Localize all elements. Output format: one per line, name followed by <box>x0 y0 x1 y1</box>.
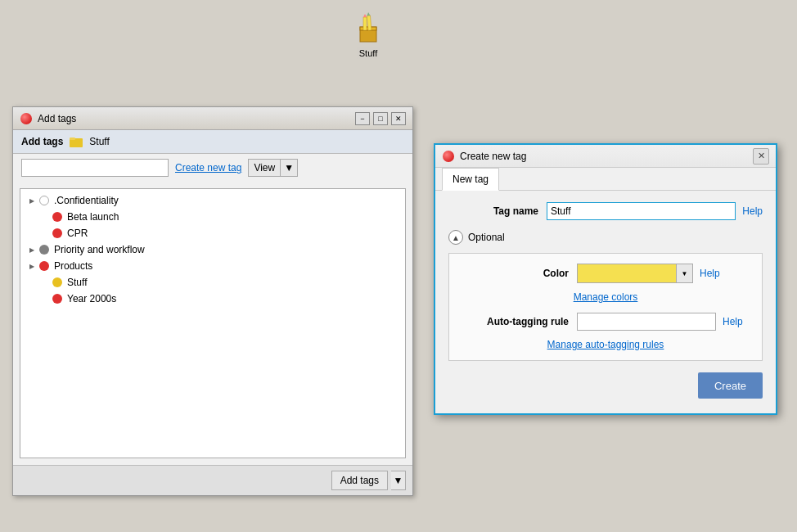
tag-dot-gray <box>39 245 49 255</box>
add-tags-window: Add tags − □ ✕ Add tags Stuff Create new… <box>12 106 413 496</box>
list-item[interactable]: ▶ Priority and workflow <box>20 241 405 258</box>
search-input[interactable] <box>21 159 169 177</box>
svg-rect-7 <box>70 138 75 140</box>
expand-spacer <box>40 212 50 222</box>
tag-label: Priority and workflow <box>54 244 145 255</box>
tag-label: Stuff <box>67 277 87 288</box>
list-item[interactable]: Beta launch <box>20 209 405 225</box>
manage-colors-row: Manage colors <box>462 291 749 303</box>
list-item[interactable]: Stuff <box>20 274 405 291</box>
list-item[interactable]: ▶ .Confidentiality <box>20 192 405 209</box>
create-tag-close-button[interactable]: ✕ <box>753 148 769 165</box>
expand-icon[interactable]: ▶ <box>27 196 37 205</box>
folder-icon <box>70 135 83 148</box>
tag-dot-yellow <box>52 277 62 287</box>
color-dropdown-arrow-icon[interactable]: ▼ <box>676 264 692 282</box>
tag-name-help-link[interactable]: Help <box>742 205 763 217</box>
create-new-tag-link[interactable]: Create new tag <box>175 162 241 174</box>
expand-spacer <box>40 294 50 304</box>
add-tags-dropdown-arrow[interactable]: ▼ <box>391 471 406 490</box>
tab-new-tag[interactable]: New tag <box>442 168 499 191</box>
expand-icon[interactable]: ▶ <box>27 245 37 255</box>
tag-label: Beta launch <box>67 211 119 223</box>
add-tags-window-title: Add tags <box>38 113 355 124</box>
add-tags-window-icon <box>20 112 33 125</box>
close-button[interactable]: ✕ <box>391 112 406 125</box>
view-button-label: View <box>249 162 280 174</box>
view-dropdown-arrow-icon[interactable]: ▼ <box>280 160 297 176</box>
tag-label: CPR <box>67 228 88 239</box>
list-item[interactable]: Year 2000s <box>20 291 405 307</box>
tag-dot-red <box>52 212 62 222</box>
add-tags-header-bar: Add tags Stuff <box>13 130 412 154</box>
desktop-icon-label: Stuff <box>357 47 380 59</box>
expand-icon[interactable]: ▶ <box>27 261 37 271</box>
tag-name-row: Tag name Help <box>448 202 763 220</box>
expand-spacer <box>40 228 50 238</box>
create-button[interactable]: Create <box>698 372 763 399</box>
color-selector[interactable]: ▼ <box>577 264 693 283</box>
auto-tag-input[interactable] <box>577 313 716 331</box>
manage-auto-tag-link[interactable]: Manage auto-tagging rules <box>547 339 664 350</box>
desktop-icon-stuff[interactable]: Stuff <box>344 12 393 59</box>
create-tag-tabs: New tag <box>435 168 776 191</box>
view-button[interactable]: View ▼ <box>248 159 298 177</box>
expand-spacer <box>40 277 50 287</box>
create-tag-form: Tag name Help ▲ Optional Color ▼ Help Ma… <box>435 191 776 413</box>
color-row: Color ▼ Help <box>462 264 749 283</box>
add-tags-bottom-bar: Add tags ▼ <box>13 465 412 495</box>
header-bar-label: Add tags <box>21 136 63 147</box>
create-tag-window-icon <box>442 150 455 163</box>
tag-label: .Confidentiality <box>54 195 119 206</box>
svg-marker-3 <box>363 14 367 17</box>
auto-tag-row: Auto-tagging rule Help <box>462 313 749 331</box>
tag-name-input[interactable] <box>547 202 736 220</box>
manage-colors-link[interactable]: Manage colors <box>574 291 638 303</box>
create-tag-titlebar: Create new tag ✕ <box>435 145 776 168</box>
create-tag-window-title: Create new tag <box>460 151 753 162</box>
manage-auto-tag-row: Manage auto-tagging rules <box>462 339 749 350</box>
tag-dot-red <box>39 261 49 271</box>
color-swatch <box>578 264 676 282</box>
tag-dot-red <box>52 294 62 304</box>
list-item[interactable]: CPR <box>20 225 405 241</box>
auto-tag-help-link[interactable]: Help <box>723 316 743 327</box>
tag-dot-red <box>52 228 62 238</box>
optional-collapse-icon: ▲ <box>448 230 463 245</box>
add-tags-button[interactable]: Add tags <box>331 471 388 490</box>
color-help-link[interactable]: Help <box>700 268 720 279</box>
svg-marker-5 <box>367 12 370 16</box>
optional-label: Optional <box>468 232 505 243</box>
color-label: Color <box>462 268 569 279</box>
auto-tag-label: Auto-tagging rule <box>462 316 569 327</box>
stuff-icon <box>352 12 385 45</box>
create-button-row: Create <box>448 372 763 402</box>
optional-toggle[interactable]: ▲ Optional <box>448 230 763 245</box>
header-bar-file: Stuff <box>89 136 109 147</box>
add-tags-toolbar: Create new tag View ▼ <box>13 154 412 182</box>
create-new-tag-window: Create new tag ✕ New tag Tag name Help ▲… <box>434 143 777 415</box>
tag-label: Products <box>54 260 92 272</box>
optional-section: Color ▼ Help Manage colors Auto-tagging … <box>448 253 763 361</box>
tag-name-label: Tag name <box>448 205 538 217</box>
add-tags-titlebar: Add tags − □ ✕ <box>13 107 412 130</box>
tag-label: Year 2000s <box>67 293 116 304</box>
window-controls: − □ ✕ <box>355 112 406 125</box>
list-item[interactable]: ▶ Products <box>20 258 405 274</box>
tag-tree: ▶ .Confidentiality Beta launch CPR ▶ Pri… <box>20 188 406 458</box>
maximize-button[interactable]: □ <box>373 112 388 125</box>
svg-rect-2 <box>363 17 367 30</box>
minimize-button[interactable]: − <box>355 112 370 125</box>
tag-dot-empty <box>39 196 49 205</box>
